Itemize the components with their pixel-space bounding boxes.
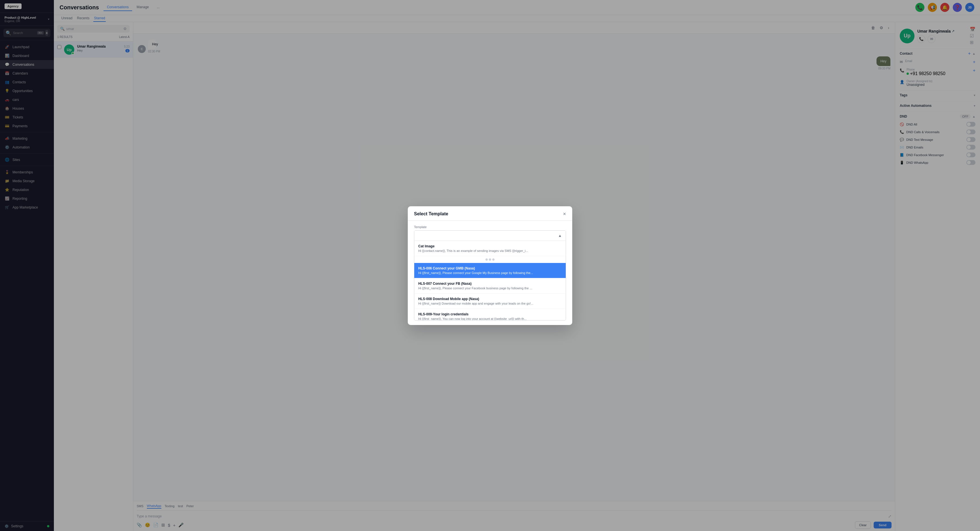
template-list: Cat Image Hi {{contact.name}}, This is a… (414, 241, 566, 320)
template-item-preview: Hi {{contact.name}}, This is an example … (418, 249, 562, 252)
modal-close-button[interactable]: × (563, 211, 566, 217)
template-dropdown-chevron-icon: ▲ (558, 233, 562, 238)
modal-title: Select Template (414, 211, 448, 217)
template-dropdown: ▲ Cat Image Hi {{contact.name}}, This is… (414, 230, 566, 320)
select-template-modal: Select Template × Template ▲ Cat Image H… (408, 206, 572, 325)
template-item-name: HLS-009-Your login credentials (418, 312, 562, 316)
template-item-name: HLS-007 Connect your FB (Nasa) (418, 282, 562, 285)
template-item-hls-006[interactable]: HLS-006 Connect your GMB (Nasa) Hi {{fir… (414, 263, 566, 278)
shimmer-dot (489, 258, 491, 261)
template-item-preview: Hi {{first_name}}, Please connect your G… (418, 271, 562, 274)
shimmer-dot (485, 258, 488, 261)
modal-header: Select Template × (408, 206, 572, 221)
template-item-name: HLS-008 Download Mobile app (Nasa) (418, 297, 562, 301)
template-item-hls-009[interactable]: HLS-009-Your login credentials Hi {{firs… (414, 309, 566, 320)
template-item-preview: Hi {{first_name}}, You can now log into … (418, 317, 562, 320)
template-item-preview: Hi {{first_name}}, Please connect your F… (418, 287, 562, 290)
loading-shimmer (414, 256, 566, 263)
shimmer-dot (492, 258, 495, 261)
template-dropdown-header[interactable]: ▲ (414, 231, 566, 241)
template-item-name: Cat Image (418, 244, 562, 248)
template-label: Template (414, 225, 566, 229)
template-item-preview: Hi {{first_name}} Download our mobile ap… (418, 302, 562, 305)
template-item-hls-008[interactable]: HLS-008 Download Mobile app (Nasa) Hi {{… (414, 293, 566, 309)
template-item-hls-007[interactable]: HLS-007 Connect your FB (Nasa) Hi {{firs… (414, 278, 566, 293)
template-item-cat-image[interactable]: Cat Image Hi {{contact.name}}, This is a… (414, 241, 566, 256)
modal-body: Template ▲ Cat Image Hi {{contact.name}}… (408, 221, 572, 325)
modal-overlay[interactable]: Select Template × Template ▲ Cat Image H… (0, 0, 980, 531)
template-item-name: HLS-006 Connect your GMB (Nasa) (418, 266, 562, 270)
